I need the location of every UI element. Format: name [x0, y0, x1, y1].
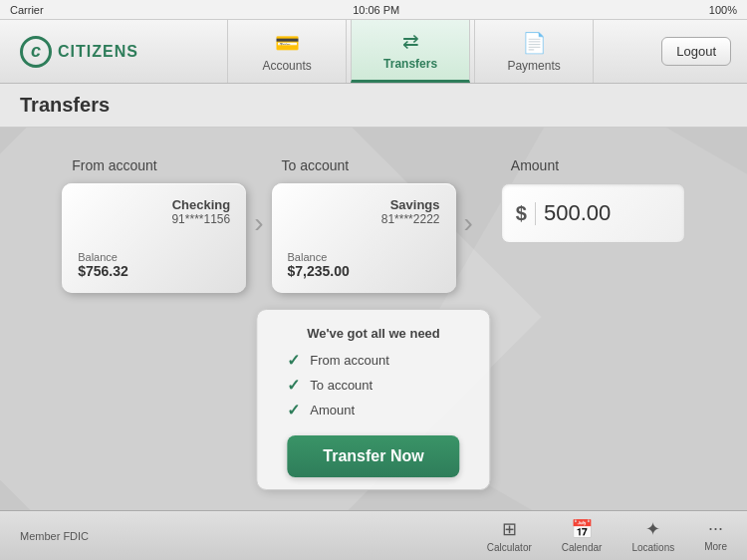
- main-content: From account Checking 91****1156 Balance…: [0, 128, 747, 510]
- calculator-label: Calculator: [487, 542, 532, 553]
- to-balance-label: Balance: [288, 251, 440, 263]
- to-account-section: To account Savings 81****2222 Balance $7…: [272, 157, 456, 293]
- battery-label: 100%: [709, 4, 737, 16]
- status-bar: Carrier 10:06 PM 100%: [0, 0, 747, 20]
- to-amount-arrow: ›: [464, 157, 473, 239]
- logo-text: CITIZENS: [58, 43, 138, 61]
- from-account-card[interactable]: Checking 91****1156 Balance $756.32: [62, 183, 246, 293]
- page-title: Transfers: [20, 94, 110, 117]
- transfer-layout: From account Checking 91****1156 Balance…: [0, 128, 747, 293]
- confirm-from-text: From account: [310, 353, 388, 368]
- bottom-nav-calendar[interactable]: 📅 Calendar: [562, 518, 603, 553]
- from-balance-label: Balance: [78, 251, 230, 263]
- check-icon-amount: ✓: [287, 401, 300, 420]
- confirm-amount-text: Amount: [310, 403, 355, 418]
- bottom-nav: ⊞ Calculator 📅 Calendar ✦ Locations ··· …: [487, 518, 727, 553]
- to-balance-amount: $7,235.00: [288, 263, 440, 279]
- amount-box[interactable]: $ 500.00: [501, 183, 685, 243]
- to-account-number: 81****2222: [288, 212, 440, 226]
- calendar-icon: 📅: [571, 518, 593, 540]
- nav-tabs: 💳 Accounts ⇄ Transfers 📄 Payments: [159, 20, 661, 83]
- to-account-label: To account: [282, 157, 350, 173]
- confirm-to-text: To account: [310, 378, 373, 393]
- confirm-item-amount: ✓ Amount: [287, 401, 355, 420]
- transfers-icon: ⇄: [402, 29, 419, 53]
- logo-area: c CITIZENS: [0, 36, 159, 68]
- more-icon: ···: [708, 518, 723, 539]
- to-account-name: Savings: [288, 197, 440, 212]
- bottom-nav-calculator[interactable]: ⊞ Calculator: [487, 518, 532, 553]
- from-account-label: From account: [72, 157, 157, 173]
- calculator-icon: ⊞: [502, 518, 517, 540]
- accounts-icon: 💳: [275, 31, 300, 55]
- chevron-right-icon-2: ›: [464, 207, 473, 239]
- nav-bar: c CITIZENS 💳 Accounts ⇄ Transfers 📄 Paym…: [0, 20, 747, 84]
- payments-label: Payments: [507, 59, 560, 73]
- to-account-card[interactable]: Savings 81****2222 Balance $7,235.00: [272, 183, 456, 293]
- accounts-label: Accounts: [262, 59, 311, 73]
- confirm-item-to: ✓ To account: [287, 376, 373, 395]
- confirm-item-from: ✓ From account: [287, 351, 388, 370]
- locations-label: Locations: [631, 542, 674, 553]
- tab-accounts[interactable]: 💳 Accounts: [227, 20, 347, 83]
- transfer-now-button[interactable]: Transfer Now: [287, 435, 459, 477]
- tab-transfers[interactable]: ⇄ Transfers: [351, 20, 470, 83]
- amount-section: Amount $ 500.00: [501, 157, 685, 243]
- bottom-nav-more[interactable]: ··· More: [704, 518, 727, 553]
- page-header: Transfers: [0, 84, 747, 128]
- from-account-section: From account Checking 91****1156 Balance…: [62, 157, 246, 293]
- tab-payments[interactable]: 📄 Payments: [474, 20, 594, 83]
- bottom-bar: Member FDIC ⊞ Calculator 📅 Calendar ✦ Lo…: [0, 510, 747, 560]
- amount-label: Amount: [511, 157, 559, 173]
- bottom-nav-locations[interactable]: ✦ Locations: [631, 518, 674, 553]
- from-account-number: 91****1156: [78, 212, 230, 226]
- from-account-name: Checking: [78, 197, 230, 212]
- amount-value: 500.00: [544, 200, 611, 226]
- logo-icon: c: [20, 36, 52, 68]
- confirmation-box: We've got all we need ✓ From account ✓ T…: [256, 309, 490, 490]
- payments-icon: 📄: [522, 31, 547, 55]
- check-icon-to: ✓: [287, 376, 300, 395]
- calendar-label: Calendar: [562, 542, 603, 553]
- transfers-label: Transfers: [383, 57, 437, 71]
- time-label: 10:06 PM: [353, 4, 399, 16]
- confirmation-title: We've got all we need: [307, 326, 440, 341]
- dollar-sign: $: [516, 202, 536, 225]
- carrier-label: Carrier: [10, 4, 44, 16]
- from-to-arrow: ›: [254, 157, 263, 239]
- more-label: More: [704, 541, 727, 552]
- chevron-right-icon: ›: [254, 207, 263, 239]
- logout-button[interactable]: Logout: [661, 37, 731, 66]
- locations-icon: ✦: [645, 518, 660, 540]
- check-icon-from: ✓: [287, 351, 300, 370]
- member-fdic-label: Member FDIC: [20, 530, 89, 542]
- from-balance-amount: $756.32: [78, 263, 230, 279]
